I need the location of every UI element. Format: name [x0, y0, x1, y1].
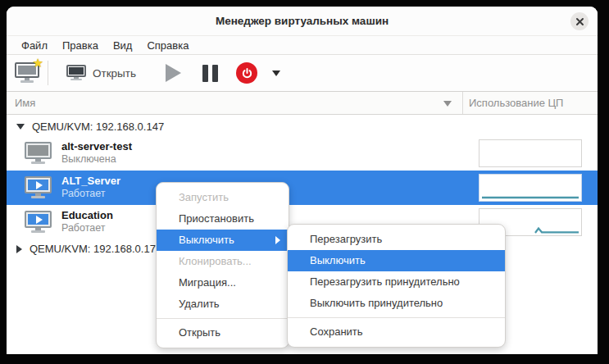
menu-item-shutdown[interactable]: Выключить — [157, 230, 289, 251]
new-vm-icon: ★ — [15, 62, 39, 84]
menu-item-open[interactable]: Открыть — [157, 322, 289, 344]
vm-status: Работает — [61, 222, 113, 235]
open-button[interactable]: Открыть — [58, 61, 144, 84]
star-icon: ★ — [33, 57, 43, 69]
vm-context-menu: Запустить Приостановить Выключить Клонир… — [156, 182, 289, 348]
cpu-usage-graph — [479, 139, 582, 167]
shutdown-submenu: Перезагрузить Выключить Перезагрузить пр… — [287, 224, 506, 348]
column-header-name[interactable]: Имя — [7, 92, 463, 114]
vm-name: alt-server-test — [61, 140, 132, 153]
submenu-item-force-reset[interactable]: Перезагрузить принудительно — [288, 271, 505, 293]
close-button[interactable] — [570, 12, 589, 30]
vm-running-icon — [25, 176, 52, 199]
vm-row-main: alt-server-test Выключена — [7, 140, 463, 166]
menu-item-run: Запустить — [157, 187, 289, 208]
menu-item-label: Выключить — [179, 234, 234, 246]
vm-labels: alt-server-test Выключена — [61, 140, 132, 166]
menu-help[interactable]: Справка — [139, 38, 196, 53]
submenu-item-save[interactable]: Сохранить — [288, 321, 505, 343]
menu-separator — [288, 317, 505, 318]
submenu-item-force-off[interactable]: Выключить принудительно — [288, 293, 505, 314]
cpu-usage-graph — [479, 174, 582, 202]
vm-row-alt-server-test[interactable]: alt-server-test Выключена — [7, 136, 598, 171]
sort-descending-icon — [443, 101, 452, 107]
host-label: QEMU/KVM: 192.168.0.147 — [32, 121, 164, 133]
toolbar: ★ Открыть — [7, 55, 598, 92]
titlebar[interactable]: Менеджер виртуальных машин — [7, 7, 598, 36]
vm-labels: ALT_Server Работает — [61, 175, 120, 201]
column-headers: Имя Использование ЦП — [7, 92, 598, 115]
close-icon — [575, 17, 584, 26]
vm-status: Выключена — [61, 153, 132, 166]
menu-separator — [157, 318, 289, 319]
monitor-icon — [66, 65, 86, 81]
menubar: Файл Правка Вид Справка — [7, 36, 598, 55]
run-vm-button[interactable] — [166, 64, 181, 82]
power-icon — [236, 62, 257, 84]
play-icon — [166, 64, 181, 82]
host-label: QEMU/KVM: 192.168.0.175 — [30, 243, 161, 255]
submenu-item-shutdown[interactable]: Выключить — [288, 250, 505, 271]
submenu-arrow-icon — [275, 236, 280, 244]
play-icon — [36, 216, 43, 224]
vm-status: Работает — [61, 188, 120, 201]
menu-item-migrate[interactable]: Миграция... — [157, 272, 289, 293]
cpu-column-label: Использование ЦП — [469, 97, 563, 109]
submenu-item-reboot[interactable]: Перезагрузить — [288, 229, 505, 250]
column-header-cpu[interactable]: Использование ЦП — [463, 92, 598, 114]
vm-running-icon — [25, 211, 52, 234]
play-icon — [36, 181, 43, 189]
open-button-label: Открыть — [93, 67, 136, 80]
shutdown-options-button[interactable] — [272, 71, 280, 76]
name-column-label: Имя — [15, 97, 35, 109]
expander-expanded-icon[interactable] — [16, 124, 25, 130]
vm-labels: Education Работает — [61, 209, 113, 235]
caret-down-icon — [272, 71, 280, 76]
app-window: Менеджер виртуальных машин Файл Правка В… — [7, 7, 598, 354]
new-vm-button[interactable]: ★ — [15, 62, 39, 84]
expander-collapsed-icon[interactable] — [16, 245, 22, 253]
menu-edit[interactable]: Правка — [55, 38, 106, 53]
host-row-147[interactable]: QEMU/KVM: 192.168.0.147 — [7, 117, 598, 136]
vm-name: ALT_Server — [61, 175, 120, 188]
menu-file[interactable]: Файл — [14, 38, 55, 53]
shutdown-vm-button[interactable] — [236, 62, 257, 84]
menu-item-pause[interactable]: Приостановить — [157, 208, 289, 230]
vm-cpu-cell — [463, 174, 598, 202]
menu-item-clone: Клонировать... — [157, 251, 289, 272]
vm-row-alt-server[interactable]: ALT_Server Работает — [7, 171, 598, 205]
vm-off-icon — [25, 142, 52, 165]
vm-name: Education — [61, 209, 113, 222]
pause-vm-button[interactable] — [202, 65, 218, 82]
menu-view[interactable]: Вид — [106, 38, 140, 53]
pause-icon — [212, 65, 218, 82]
toolbar-separator — [48, 61, 48, 85]
window-title: Менеджер виртуальных машин — [216, 15, 389, 27]
menu-item-delete[interactable]: Удалить — [157, 293, 289, 315]
vm-cpu-cell — [463, 139, 598, 167]
pause-icon — [202, 65, 208, 82]
